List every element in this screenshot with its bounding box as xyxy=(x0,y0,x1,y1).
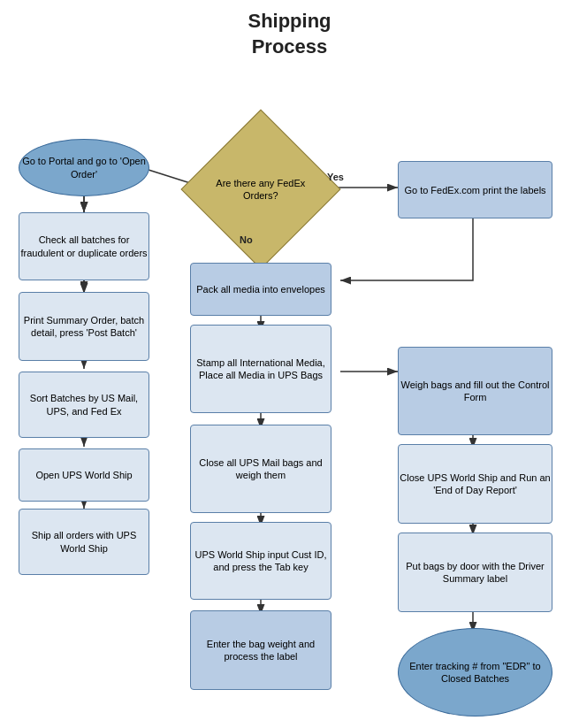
node-close-ups-world: Close UPS World Ship and Run an 'End of … xyxy=(398,444,552,524)
node-close-ups-world-label: Close UPS World Ship and Run an 'End of … xyxy=(399,471,552,497)
node-print-summary-label: Print Summary Order, batch detail, press… xyxy=(19,314,149,340)
page-title: ShippingProcess xyxy=(0,0,579,59)
node-print-summary: Print Summary Order, batch detail, press… xyxy=(19,292,149,361)
node-enter-bag-weight-label: Enter the bag weight and process the lab… xyxy=(191,638,331,663)
node-fedex-diamond: Are there any FedEx Orders? xyxy=(180,110,340,270)
label-yes: Yes xyxy=(327,172,344,182)
node-fedex-yes: Go to FedEx.com print the labels xyxy=(398,161,552,218)
node-sort-batches-label: Sort Batches by US Mail, UPS, and Fed Ex xyxy=(19,392,149,418)
node-check-batches: Check all batches for fraudulent or dupl… xyxy=(19,212,149,280)
label-no: No xyxy=(240,234,253,245)
node-enter-bag-weight: Enter the bag weight and process the lab… xyxy=(190,610,331,690)
node-stamp-intl-label: Stamp all International Media, Place all… xyxy=(191,356,331,382)
node-enter-tracking: Enter tracking # from "EDR" to Closed Ba… xyxy=(398,628,552,717)
node-fedex-diamond-label: Are there any FedEx Orders? xyxy=(217,178,306,201)
node-close-ups-mail-label: Close all UPS Mail bags and weigh them xyxy=(191,456,331,482)
node-pack-media-label: Pack all media into envelopes xyxy=(196,283,325,295)
node-open-ups: Open UPS World Ship xyxy=(19,448,149,502)
node-portal: Go to Portal and go to 'Open Order' xyxy=(19,139,149,196)
node-ups-world-input: UPS World Ship input Cust ID, and press … xyxy=(190,522,331,600)
node-put-bags: Put bags by door with the Driver Summary… xyxy=(398,533,552,612)
node-ship-orders-label: Ship all orders with UPS World Ship xyxy=(19,529,149,555)
node-ups-world-input-label: UPS World Ship input Cust ID, and press … xyxy=(191,548,331,574)
node-pack-media: Pack all media into envelopes xyxy=(190,263,331,316)
node-portal-label: Go to Portal and go to 'Open Order' xyxy=(19,155,149,180)
node-stamp-intl: Stamp all International Media, Place all… xyxy=(190,325,331,413)
node-open-ups-label: Open UPS World Ship xyxy=(35,469,132,481)
node-check-batches-label: Check all batches for fraudulent or dupl… xyxy=(19,234,149,259)
node-fedex-yes-label: Go to FedEx.com print the labels xyxy=(404,184,545,196)
node-ship-orders: Ship all orders with UPS World Ship xyxy=(19,509,149,575)
node-sort-batches: Sort Batches by US Mail, UPS, and Fed Ex xyxy=(19,372,149,438)
node-close-ups-mail: Close all UPS Mail bags and weigh them xyxy=(190,425,331,513)
node-weigh-bags: Weigh bags and fill out the Control Form xyxy=(398,347,552,435)
node-weigh-bags-label: Weigh bags and fill out the Control Form xyxy=(399,379,552,404)
node-enter-tracking-label: Enter tracking # from "EDR" to Closed Ba… xyxy=(399,660,552,686)
node-put-bags-label: Put bags by door with the Driver Summary… xyxy=(399,560,552,586)
